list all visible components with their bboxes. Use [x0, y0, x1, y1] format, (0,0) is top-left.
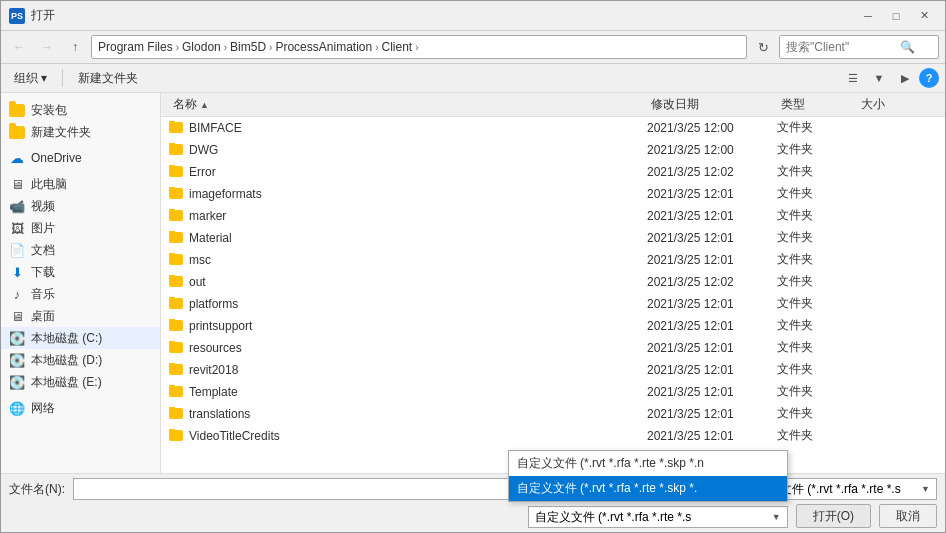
breadcrumb[interactable]: Program Files › Glodon › Bim5D › Process… [91, 35, 747, 59]
file-name-text: Error [189, 165, 216, 179]
search-icon[interactable]: 🔍 [900, 40, 915, 54]
file-date-cell: 2021/3/25 12:00 [647, 121, 777, 135]
forward-button[interactable]: → [35, 35, 59, 59]
file-date-cell: 2021/3/25 12:01 [647, 187, 777, 201]
breadcrumb-item: Bim5D [230, 40, 266, 54]
sidebar-item-network[interactable]: 🌐 网络 [1, 397, 160, 419]
help-button[interactable]: ? [919, 68, 939, 88]
sidebar-item-documents[interactable]: 📄 文档 [1, 239, 160, 261]
image-icon: 🖼 [11, 221, 24, 236]
folder-icon [169, 144, 183, 155]
filename-label: 文件名(N): [9, 481, 65, 498]
file-date-cell: 2021/3/25 12:00 [647, 143, 777, 157]
file-name-cell: translations [169, 407, 647, 421]
organize-button[interactable]: 组织 ▾ [7, 67, 54, 89]
sidebar-item-this-pc[interactable]: 🖥 此电脑 [1, 173, 160, 195]
maximize-button[interactable]: □ [883, 6, 909, 26]
search-bar: 🔍 [779, 35, 939, 59]
table-row[interactable]: marker 2021/3/25 12:01 文件夹 [161, 205, 945, 227]
sidebar-item-drive-e[interactable]: 💽 本地磁盘 (E:) [1, 371, 160, 393]
table-row[interactable]: platforms 2021/3/25 12:01 文件夹 [161, 293, 945, 315]
table-row[interactable]: VideoTitleCredits 2021/3/25 12:01 文件夹 [161, 425, 945, 447]
file-type-cell: 文件夹 [777, 295, 857, 312]
filetype-dropdown-btn[interactable]: 自定义文件 (*.rvt *.rfa *.rte *.s ▼ [528, 506, 788, 528]
minimize-button[interactable]: ─ [855, 6, 881, 26]
folder-icon [169, 122, 183, 133]
doc-icon: 📄 [9, 243, 25, 258]
file-name-text: resources [189, 341, 242, 355]
breadcrumb-item: ProcessAnimation [275, 40, 372, 54]
sidebar-item-drive-c[interactable]: 💽 本地磁盘 (C:) [1, 327, 160, 349]
table-row[interactable]: msc 2021/3/25 12:01 文件夹 [161, 249, 945, 271]
sidebar-item-onedrive[interactable]: ☁ OneDrive [1, 147, 160, 169]
new-folder-button[interactable]: 新建文件夹 [71, 67, 145, 89]
breadcrumb-item: Client [382, 40, 413, 54]
title-bar: PS 打开 ─ □ ✕ [1, 1, 945, 31]
sidebar-item-drive-d[interactable]: 💽 本地磁盘 (D:) [1, 349, 160, 371]
file-area: 名称 ▲ 修改日期 类型 大小 [161, 93, 945, 473]
file-type-cell: 文件夹 [777, 229, 857, 246]
view-details-button[interactable]: ☰ [841, 67, 865, 89]
cancel-button[interactable]: 取消 [879, 504, 937, 528]
file-name-cell: resources [169, 341, 647, 355]
table-row[interactable]: BIMFACE 2021/3/25 12:00 文件夹 [161, 117, 945, 139]
dropdown-option-2[interactable]: 自定义文件 (*.rvt *.rfa *.rte *.skp *. [509, 476, 787, 501]
view-dropdown-button[interactable]: ▼ [867, 67, 891, 89]
dropdown-option-1[interactable]: 自定义文件 (*.rvt *.rfa *.rte *.skp *.n [509, 451, 787, 476]
file-name-cell: Material [169, 231, 647, 245]
table-row[interactable]: out 2021/3/25 12:02 文件夹 [161, 271, 945, 293]
sidebar-section-cloud: ☁ OneDrive [1, 145, 160, 171]
search-input[interactable] [786, 40, 896, 54]
folder-icon [169, 188, 183, 199]
sidebar-item-label: 桌面 [31, 308, 55, 325]
folder-icon [9, 104, 25, 117]
file-list[interactable]: BIMFACE 2021/3/25 12:00 文件夹 DWG 2021/3/2… [161, 117, 945, 473]
file-date-cell: 2021/3/25 12:01 [647, 363, 777, 377]
sidebar-item-video[interactable]: 📹 视频 [1, 195, 160, 217]
folder-icon [169, 342, 183, 353]
table-row[interactable]: resources 2021/3/25 12:01 文件夹 [161, 337, 945, 359]
filetype-dropdown-popup: 自定义文件 (*.rvt *.rfa *.rte *.skp *.n 自定义文件… [508, 450, 788, 502]
file-name-cell: imageformats [169, 187, 647, 201]
col-header-size[interactable]: 大小 [857, 96, 937, 113]
file-name-text: VideoTitleCredits [189, 429, 280, 443]
table-row[interactable]: Template 2021/3/25 12:01 文件夹 [161, 381, 945, 403]
file-date-cell: 2021/3/25 12:01 [647, 407, 777, 421]
sidebar-item-music[interactable]: ♪ 音乐 [1, 283, 160, 305]
refresh-button[interactable]: ↻ [751, 35, 775, 59]
sidebar-item-label: 图片 [31, 220, 55, 237]
table-row[interactable]: imageformats 2021/3/25 12:01 文件夹 [161, 183, 945, 205]
file-date-cell: 2021/3/25 12:01 [647, 253, 777, 267]
sidebar-section-pc: 🖥 此电脑 📹 视频 🖼 图片 [1, 171, 160, 395]
col-header-date[interactable]: 修改日期 [647, 96, 777, 113]
folder-icon [169, 430, 183, 441]
up-button[interactable]: ↑ [63, 35, 87, 59]
folder-icon [169, 166, 183, 177]
file-name-cell: printsupport [169, 319, 647, 333]
sidebar-item-downloads[interactable]: ⬇ 下载 [1, 261, 160, 283]
sidebar-item-anzhuangbao[interactable]: 安装包 [1, 99, 160, 121]
view-preview-button[interactable]: ▶ [893, 67, 917, 89]
sidebar-item-desktop[interactable]: 🖥 桌面 [1, 305, 160, 327]
table-row[interactable]: printsupport 2021/3/25 12:01 文件夹 [161, 315, 945, 337]
table-row[interactable]: translations 2021/3/25 12:01 文件夹 [161, 403, 945, 425]
file-name-text: out [189, 275, 206, 289]
file-date-cell: 2021/3/25 12:01 [647, 385, 777, 399]
main-window: PS 打开 ─ □ ✕ ← → ↑ Program Files › Glodon… [0, 0, 946, 533]
col-header-type[interactable]: 类型 [777, 96, 857, 113]
col-header-name[interactable]: 名称 ▲ [169, 96, 647, 113]
back-button[interactable]: ← [7, 35, 31, 59]
table-row[interactable]: DWG 2021/3/25 12:00 文件夹 [161, 139, 945, 161]
table-row[interactable]: revit2018 2021/3/25 12:01 文件夹 [161, 359, 945, 381]
onedrive-icon: ☁ [10, 150, 24, 166]
sidebar-item-pictures[interactable]: 🖼 图片 [1, 217, 160, 239]
sidebar-item-xinjianwenjianjia[interactable]: 新建文件夹 [1, 121, 160, 143]
sidebar-item-label: 此电脑 [31, 176, 67, 193]
file-type-cell: 文件夹 [777, 273, 857, 290]
file-type-cell: 文件夹 [777, 141, 857, 158]
close-button[interactable]: ✕ [911, 6, 937, 26]
file-name-text: revit2018 [189, 363, 238, 377]
open-button[interactable]: 打开(O) [796, 504, 871, 528]
table-row[interactable]: Material 2021/3/25 12:01 文件夹 [161, 227, 945, 249]
table-row[interactable]: Error 2021/3/25 12:02 文件夹 [161, 161, 945, 183]
